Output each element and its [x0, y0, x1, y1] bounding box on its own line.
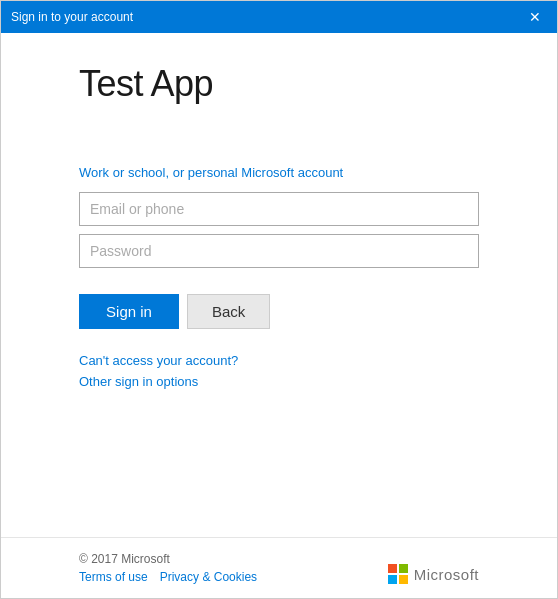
back-button[interactable]: Back — [187, 294, 270, 329]
subtitle-highlight: Microsoft — [241, 165, 294, 180]
title-bar-text: Sign in to your account — [11, 10, 133, 24]
other-sign-in-link[interactable]: Other sign in options — [79, 374, 479, 389]
ms-yellow-square — [399, 575, 408, 584]
signin-window: Sign in to your account ✕ Test App Work … — [0, 0, 558, 599]
account-subtitle: Work or school, or personal Microsoft ac… — [79, 165, 479, 180]
title-bar: Sign in to your account ✕ — [1, 1, 557, 33]
action-buttons: Sign in Back — [79, 294, 479, 329]
subtitle-end: account — [294, 165, 343, 180]
email-input[interactable] — [79, 192, 479, 226]
cant-access-link[interactable]: Can't access your account? — [79, 353, 479, 368]
signin-button[interactable]: Sign in — [79, 294, 179, 329]
microsoft-logo: Microsoft — [388, 564, 479, 584]
privacy-link[interactable]: Privacy & Cookies — [160, 570, 257, 584]
app-title: Test App — [79, 63, 479, 105]
ms-red-square — [388, 564, 397, 573]
help-links: Can't access your account? Other sign in… — [79, 353, 479, 389]
footer-left: © 2017 Microsoft Terms of use Privacy & … — [79, 552, 257, 584]
footer-links: Terms of use Privacy & Cookies — [79, 570, 257, 584]
ms-grid-icon — [388, 564, 408, 584]
password-input[interactable] — [79, 234, 479, 268]
close-button[interactable]: ✕ — [523, 8, 547, 26]
subtitle-text: Work or school, or personal — [79, 165, 241, 180]
ms-green-square — [399, 564, 408, 573]
terms-link[interactable]: Terms of use — [79, 570, 148, 584]
footer: © 2017 Microsoft Terms of use Privacy & … — [1, 537, 557, 598]
main-content: Test App Work or school, or personal Mic… — [1, 33, 557, 537]
ms-blue-square — [388, 575, 397, 584]
microsoft-text: Microsoft — [414, 566, 479, 583]
copyright-text: © 2017 Microsoft — [79, 552, 257, 566]
